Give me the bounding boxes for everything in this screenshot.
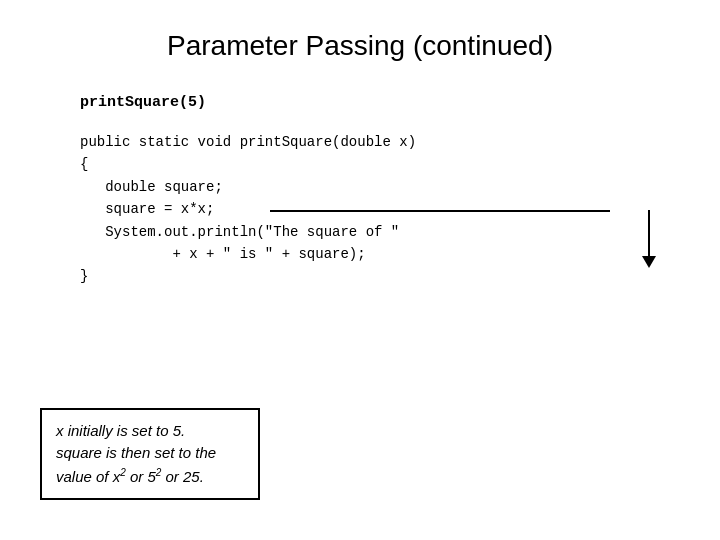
annotation-line3-text: value of x: [56, 468, 120, 485]
slide-container: Parameter Passing (continued) printSquar…: [0, 0, 720, 540]
code-line-2: {: [80, 153, 660, 175]
code-line-1: public static void printSquare(double x): [80, 131, 660, 153]
annotation-line5-text: or 25.: [161, 468, 204, 485]
arrow-diagram: [270, 200, 650, 260]
annotation-line3: value of x2 or 52 or 25.: [56, 468, 204, 485]
code-line-7: }: [80, 265, 660, 287]
arrow-head: [642, 256, 656, 268]
annotation-line4-text: or 5: [126, 468, 156, 485]
method-call-label: printSquare(5): [80, 94, 206, 111]
annotation-box: x initially is set to 5. square is then …: [40, 408, 260, 501]
slide-title: Parameter Passing (continued): [60, 30, 660, 62]
arrow-vertical: [648, 210, 650, 260]
code-line-3: double square;: [80, 176, 660, 198]
annotation-line2: square is then set to the: [56, 444, 216, 461]
annotation-line1: x initially is set to 5.: [56, 422, 185, 439]
arrow-horizontal: [270, 210, 610, 212]
